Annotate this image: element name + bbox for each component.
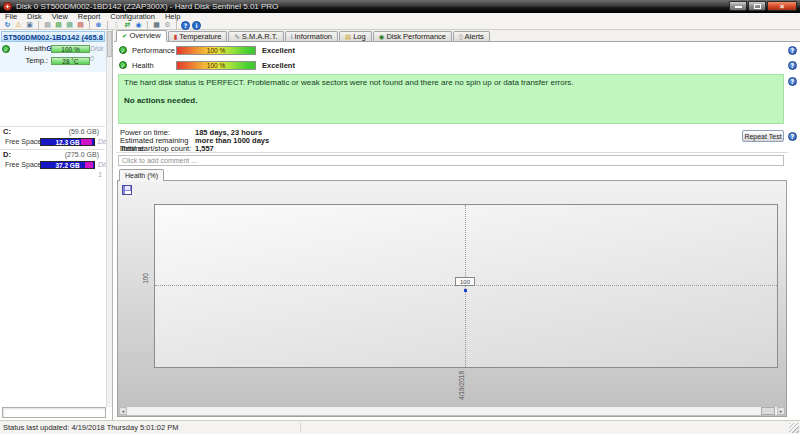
tab-overview-label: Overview	[129, 31, 160, 41]
info-icon[interactable]: i	[192, 21, 201, 30]
temp-label: Temp.:	[10, 56, 48, 66]
disk-0-item[interactable]: ST500DM002-1BD142 (465.8 GB) ✓ Health: 1…	[0, 30, 106, 72]
performance-icon: ◉	[379, 33, 385, 41]
tab-temperature[interactable]: ▮ Temperature	[168, 31, 228, 41]
toolbar-separator	[89, 21, 90, 29]
volume-d-drive: D:	[3, 150, 11, 160]
close-button[interactable]: ×	[767, 1, 797, 11]
status-help-icon[interactable]: ?	[788, 77, 797, 86]
overview-check-icon: ✔	[122, 32, 127, 40]
refresh-icon[interactable]: ↻	[3, 21, 12, 30]
tab-overview[interactable]: ✔ Overview	[116, 30, 167, 42]
volume-d-free-value: 37.2 GB	[41, 162, 94, 168]
app-window: Disk 0 ST500DM002-1BD142 (Z2AP300X) - Ha…	[0, 0, 800, 434]
app-icon	[3, 2, 12, 11]
online-status-icon[interactable]: ◉	[134, 21, 143, 30]
pen-icon: ✎	[234, 33, 239, 41]
repeat-test-help-icon[interactable]: ?	[788, 132, 797, 141]
performance-label: Performance	[132, 46, 175, 56]
volume-c-usage-bar: 12.3 GB	[40, 138, 95, 146]
settings-icon[interactable]: ⚙	[163, 21, 172, 30]
tab-temperature-label: Temperature	[179, 32, 221, 42]
system-message-icon[interactable]: ▣	[25, 21, 34, 30]
save-chart-icon[interactable]	[122, 185, 132, 195]
overheat-alert-icon[interactable]: ⚠	[14, 21, 23, 30]
performance-bar: 100 %	[176, 46, 256, 55]
tab-log-label: Log	[353, 32, 366, 42]
disk-0-health-row: ✓ Health: 100 % Disk 0	[0, 44, 106, 54]
disk-status-message: The hard disk status is PERFECT. Problem…	[118, 74, 784, 124]
health-label: Health	[132, 61, 154, 71]
health-chart-plot: 100	[154, 204, 778, 368]
disk-list-footer-box	[2, 407, 106, 418]
performance-ok-icon: ✓	[119, 46, 127, 54]
scroll-left-arrow[interactable]: ◂	[119, 407, 127, 415]
health-bar: 100 %	[51, 45, 90, 53]
help-icon[interactable]: ?	[181, 21, 190, 30]
tab-information-label: Information	[295, 32, 333, 42]
comment-input[interactable]: Click to add comment ...	[118, 155, 784, 166]
volume-d-size: (275.0 GB)	[65, 150, 99, 160]
tab-disk-performance[interactable]: ◉ Disk Performance	[373, 31, 452, 41]
scrollbar-thumb[interactable]	[107, 31, 112, 57]
tab-disk-performance-label: Disk Performance	[386, 32, 446, 42]
alerts-page-icon: ▯	[459, 33, 463, 41]
disk-detect-icon[interactable]: ▤	[43, 21, 52, 30]
volume-c-drive: C:	[3, 127, 11, 137]
health-chart-panel: 100 100 4/19/2018 ◂ ▸	[117, 180, 787, 417]
chart-tab-health[interactable]: Health (%)	[119, 169, 164, 181]
clipboard-icon[interactable]: ▯	[112, 21, 121, 30]
disk-list-scrollbar[interactable]	[106, 30, 112, 407]
disk-0-temp-row: Temp.: 28 °C	[0, 56, 106, 66]
disk-surface-test-icon[interactable]: ▤	[65, 21, 74, 30]
health-ok-icon: ✓	[2, 45, 10, 53]
tab-alerts-label: Alerts	[465, 32, 484, 42]
performance-help-icon[interactable]: ?	[788, 46, 797, 55]
maximize-button[interactable]	[748, 1, 766, 11]
disk-list-panel: ST500DM002-1BD142 (465.8 GB) ✓ Health: 1…	[0, 30, 113, 420]
performance-rating: Excellent	[262, 46, 295, 56]
temp-bar: 28 °C	[51, 57, 90, 65]
info-bubble-icon: i	[291, 33, 293, 41]
main-panel: ✔ Overview ▮ Temperature ✎ S.M.A.R.T. i …	[114, 30, 800, 420]
x-axis-date-label: 4/19/2018	[458, 371, 465, 400]
health-label: Health:	[10, 44, 48, 54]
health-help-icon[interactable]: ?	[788, 61, 797, 70]
status-action-text: No actions needed.	[124, 96, 778, 105]
disk-test-icon[interactable]: ▤	[54, 21, 63, 30]
volume-c-freespace-label: Free Space	[5, 137, 41, 147]
repeat-test-button[interactable]: Repeat Test	[742, 130, 784, 142]
tab-smart-label: S.M.A.R.T.	[242, 32, 278, 42]
status-message-text: The hard disk status is PERFECT. Problem…	[124, 78, 778, 87]
minimize-button[interactable]	[729, 1, 747, 11]
world-icon[interactable]: ⊕	[94, 21, 103, 30]
y-axis-tick-100: 100	[142, 273, 149, 284]
disk-0-title[interactable]: ST500DM002-1BD142 (465.8 GB)	[1, 31, 105, 42]
health-bar: 100 %	[176, 61, 256, 70]
statusbar-divider	[300, 423, 301, 432]
toolbar-separator	[147, 21, 148, 29]
scroll-right-arrow[interactable]: ▸	[777, 407, 785, 415]
thermometer-icon: ▮	[174, 33, 178, 41]
resize-grip[interactable]	[789, 423, 799, 433]
toolbar-separator	[176, 21, 177, 29]
disk-remove-icon[interactable]: ▤	[76, 21, 85, 30]
tab-alerts[interactable]: ▯ Alerts	[453, 31, 490, 41]
report-icon[interactable]: ▦	[152, 21, 161, 30]
toolbar: ↻ ⚠ ▣ ▤ ▤ ▤ ▤ ⊕ ▯ ⇄ ◉ ▦ ⚙ ? i	[0, 21, 800, 30]
volume-c-size: (59.6 GB)	[69, 127, 99, 137]
chart-scrollbar[interactable]: ◂ ▸	[119, 407, 785, 415]
volume-d-item[interactable]: D: (275.0 GB) Free Space 37.2 GB Disk 1	[0, 149, 105, 171]
status-last-updated: Status last updated: 4/19/2018 Thursday …	[3, 421, 178, 434]
section-divider	[116, 152, 788, 153]
sync-icon[interactable]: ⇄	[123, 21, 132, 30]
tab-smart[interactable]: ✎ S.M.A.R.T.	[228, 31, 283, 41]
toolbar-separator	[38, 21, 39, 29]
scrollbar-thumb[interactable]	[761, 407, 775, 415]
gridline-vertical	[465, 205, 466, 367]
toolbar-separator	[107, 21, 108, 29]
tab-log[interactable]: ▤ Log	[339, 31, 372, 41]
volume-c-item[interactable]: C: (59.6 GB) Free Space 12.3 GB Disk 1	[0, 126, 105, 148]
tab-information[interactable]: i Information	[285, 31, 338, 41]
log-document-icon: ▤	[345, 33, 351, 41]
